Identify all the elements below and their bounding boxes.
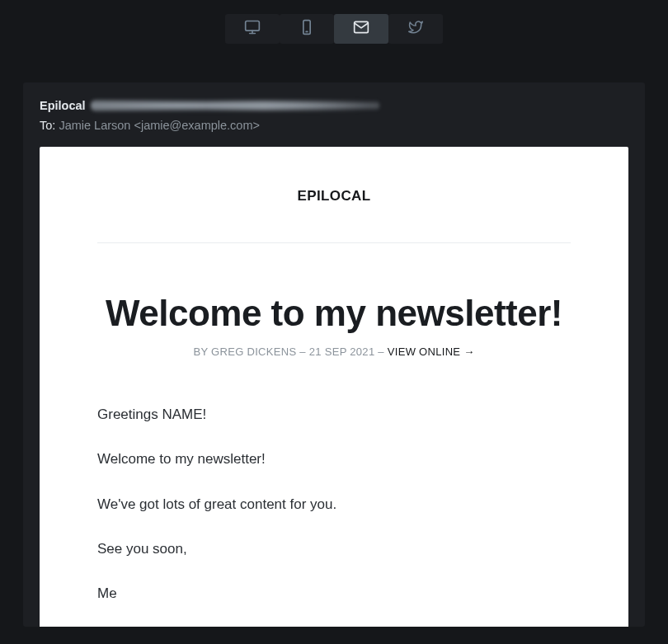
preview-tab-group [225, 14, 443, 44]
byline-sep2: – [374, 346, 387, 358]
email-from-line: Epilocal [40, 99, 628, 112]
twitter-icon [408, 20, 423, 38]
monitor-icon [244, 19, 261, 39]
content-p3: We've got lots of great content for you. [97, 494, 571, 515]
tab-mobile[interactable] [280, 14, 334, 44]
brand-header: EPILOCAL [97, 188, 571, 243]
post-byline: BY GREG DICKENS – 21 SEP 2021 – VIEW ONL… [97, 346, 571, 358]
post-title: Welcome to my newsletter! [97, 293, 571, 334]
preview-tab-bar [0, 0, 668, 58]
tab-email[interactable] [334, 14, 388, 44]
svg-rect-0 [246, 21, 260, 31]
tab-twitter[interactable] [388, 14, 443, 44]
email-to-value: Jamie Larson <jamie@example.com> [59, 119, 260, 132]
content-p5: Me [97, 583, 571, 604]
view-online-link[interactable]: VIEW ONLINE → [388, 346, 475, 358]
content-p1: Greetings NAME! [97, 404, 571, 425]
email-from-name: Epilocal [40, 99, 86, 112]
email-from-address-redacted [91, 100, 379, 111]
byline-author: GREG DICKENS [211, 346, 296, 358]
byline-date: 21 SEP 2021 [309, 346, 375, 358]
tab-desktop[interactable] [225, 14, 280, 44]
email-to-label: To: [40, 119, 55, 132]
email-to-line: To: Jamie Larson <jamie@example.com> [40, 119, 628, 132]
content-p2: Welcome to my newsletter! [97, 449, 571, 470]
smartphone-icon [299, 19, 315, 39]
email-preview-card: Epilocal To: Jamie Larson <jamie@example… [23, 82, 645, 627]
content-p4: See you soon, [97, 538, 571, 560]
preview-stage: Epilocal To: Jamie Larson <jamie@example… [0, 58, 668, 627]
email-body: EPILOCAL Welcome to my newsletter! BY GR… [40, 147, 628, 627]
email-content: Greetings NAME! Welcome to my newsletter… [97, 404, 571, 627]
email-envelope-headers: Epilocal To: Jamie Larson <jamie@example… [40, 99, 628, 147]
byline-prefix: BY [193, 346, 211, 358]
mail-icon [353, 19, 369, 39]
byline-sep1: – [296, 346, 308, 358]
